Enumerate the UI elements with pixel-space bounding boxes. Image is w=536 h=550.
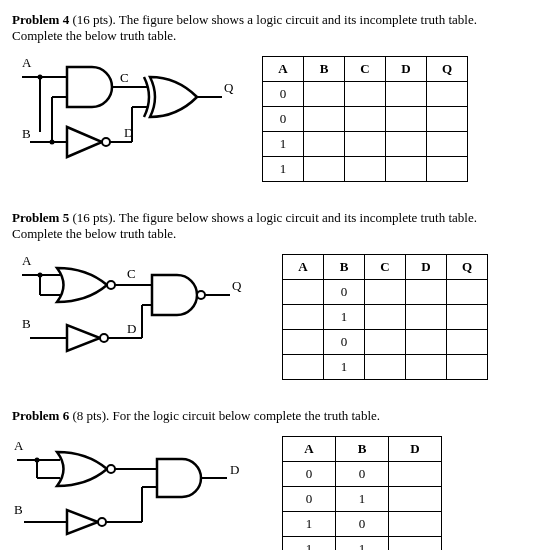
label-q: Q bbox=[232, 278, 242, 293]
table-cell: 1 bbox=[336, 537, 389, 551]
p4-h-c: C bbox=[345, 57, 386, 82]
svg-point-2 bbox=[38, 75, 43, 80]
label-b: B bbox=[22, 316, 31, 331]
table-cell bbox=[365, 280, 406, 305]
problem-4-points: (16 pts). bbox=[72, 12, 115, 27]
table-cell bbox=[427, 107, 468, 132]
problem-5-title: Problem 5 bbox=[12, 210, 69, 225]
table-cell: 1 bbox=[324, 355, 365, 380]
table-cell bbox=[386, 132, 427, 157]
table-cell bbox=[345, 107, 386, 132]
table-cell: 1 bbox=[336, 487, 389, 512]
p5-h-d: D bbox=[406, 255, 447, 280]
label-c: C bbox=[127, 266, 136, 281]
table-cell bbox=[365, 305, 406, 330]
table-cell: 0 bbox=[336, 512, 389, 537]
label-q: Q bbox=[224, 80, 234, 95]
table-cell bbox=[386, 157, 427, 182]
svg-point-30 bbox=[35, 458, 40, 463]
table-cell bbox=[365, 330, 406, 355]
problem-5-points: (16 pts). bbox=[72, 210, 115, 225]
label-a: A bbox=[22, 253, 32, 268]
svg-point-25 bbox=[197, 291, 205, 299]
table-cell bbox=[406, 330, 447, 355]
table-cell: 0 bbox=[324, 280, 365, 305]
table-cell bbox=[447, 330, 488, 355]
problem-6-title: Problem 6 bbox=[12, 408, 69, 423]
table-cell bbox=[389, 462, 442, 487]
problem-5: Problem 5 (16 pts). The figure below sho… bbox=[12, 210, 524, 380]
table-cell bbox=[386, 82, 427, 107]
p6-h-a: A bbox=[283, 437, 336, 462]
table-cell bbox=[283, 305, 324, 330]
label-d: D bbox=[127, 321, 136, 336]
svg-point-21 bbox=[100, 334, 108, 342]
table-cell: 1 bbox=[263, 157, 304, 182]
table-cell bbox=[345, 82, 386, 107]
table-cell bbox=[345, 157, 386, 182]
problem-5-header: Problem 5 (16 pts). The figure below sho… bbox=[12, 210, 524, 242]
problem-6-header: Problem 6 (8 pts). For the logic circuit… bbox=[12, 408, 524, 424]
svg-point-8 bbox=[102, 138, 110, 146]
table-cell: 0 bbox=[263, 107, 304, 132]
p5-h-c: C bbox=[365, 255, 406, 280]
table-cell: 1 bbox=[283, 537, 336, 551]
table-cell bbox=[304, 107, 345, 132]
svg-point-19 bbox=[107, 281, 115, 289]
table-cell bbox=[283, 280, 324, 305]
p5-h-q: Q bbox=[447, 255, 488, 280]
table-cell: 0 bbox=[283, 462, 336, 487]
table-cell: 1 bbox=[283, 512, 336, 537]
p4-h-b: B bbox=[304, 57, 345, 82]
problem-6-table: A B D 00 01 10 11 bbox=[282, 436, 442, 550]
problem-4: Problem 4 (16 pts). The figure below sho… bbox=[12, 12, 524, 182]
table-cell bbox=[406, 280, 447, 305]
problem-4-table: A B C D Q 0 0 1 1 bbox=[262, 56, 468, 182]
p6-h-d: D bbox=[389, 437, 442, 462]
table-cell bbox=[427, 82, 468, 107]
table-cell bbox=[386, 107, 427, 132]
problem-6: Problem 6 (8 pts). For the logic circuit… bbox=[12, 408, 524, 550]
table-cell bbox=[304, 132, 345, 157]
table-cell bbox=[447, 280, 488, 305]
label-b: B bbox=[14, 502, 23, 517]
table-cell bbox=[283, 355, 324, 380]
table-cell: 0 bbox=[283, 487, 336, 512]
table-cell bbox=[304, 157, 345, 182]
p4-h-a: A bbox=[263, 57, 304, 82]
table-cell: 1 bbox=[263, 132, 304, 157]
problem-5-circuit: A B C D bbox=[12, 250, 262, 374]
table-cell bbox=[283, 330, 324, 355]
table-cell: 1 bbox=[324, 305, 365, 330]
table-cell bbox=[389, 537, 442, 551]
svg-point-34 bbox=[98, 518, 106, 526]
problem-6-circuit: A B D bbox=[12, 432, 262, 546]
label-a: A bbox=[22, 55, 32, 70]
table-cell bbox=[406, 355, 447, 380]
problem-6-prompt: For the logic circuit below complete the… bbox=[113, 408, 381, 423]
svg-point-6 bbox=[50, 140, 55, 145]
table-cell bbox=[365, 355, 406, 380]
table-cell bbox=[447, 355, 488, 380]
p5-h-a: A bbox=[283, 255, 324, 280]
label-b: B bbox=[22, 126, 31, 141]
label-d: D bbox=[230, 462, 239, 477]
label-c: C bbox=[120, 70, 129, 85]
label-a: A bbox=[14, 438, 24, 453]
table-cell bbox=[427, 157, 468, 182]
p4-h-d: D bbox=[386, 57, 427, 82]
table-cell bbox=[389, 487, 442, 512]
table-cell bbox=[389, 512, 442, 537]
problem-5-table: A B C D Q 0 1 0 1 bbox=[282, 254, 488, 380]
table-cell bbox=[304, 82, 345, 107]
p5-h-b: B bbox=[324, 255, 365, 280]
table-cell bbox=[406, 305, 447, 330]
table-cell: 0 bbox=[263, 82, 304, 107]
table-cell bbox=[427, 132, 468, 157]
p6-h-b: B bbox=[336, 437, 389, 462]
table-cell: 0 bbox=[336, 462, 389, 487]
svg-point-32 bbox=[107, 465, 115, 473]
problem-4-title: Problem 4 bbox=[12, 12, 69, 27]
problem-4-header: Problem 4 (16 pts). The figure below sho… bbox=[12, 12, 524, 44]
table-cell bbox=[447, 305, 488, 330]
